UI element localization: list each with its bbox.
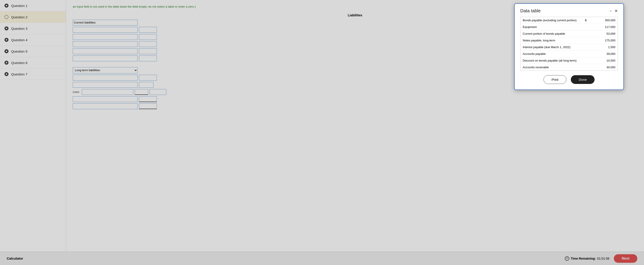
- table-cell-label: Bonds payable (excluding current portion…: [520, 17, 583, 24]
- table-cell-value: 30,000: [589, 64, 618, 71]
- table-cell-symbol: [583, 30, 589, 37]
- table-cell-value: 39,000: [589, 50, 618, 57]
- table-cell-label: Equipment: [520, 24, 583, 30]
- table-cell-symbol: [583, 50, 589, 57]
- done-button[interactable]: Done: [571, 75, 594, 84]
- table-cell-symbol: [583, 44, 589, 50]
- table-cell-symbol: [583, 57, 589, 64]
- table-row: Discount on bonds payable (all long-term…: [520, 57, 618, 64]
- table-row: Current portion of bonds payable 53,000: [520, 30, 618, 37]
- modal-overlay: Data table − ✕ Bonds payable (excluding …: [0, 0, 644, 265]
- modal-title: Data table: [520, 8, 540, 14]
- table-row: Equipment 117,000: [520, 24, 618, 30]
- modal-controls: − ✕: [609, 9, 618, 13]
- table-cell-value: 53,000: [589, 30, 618, 37]
- data-table: Bonds payable (excluding current portion…: [520, 17, 618, 71]
- table-cell-symbol: [583, 37, 589, 44]
- table-cell-label: Accounts receivable: [520, 64, 583, 71]
- modal-footer: Print Done: [520, 75, 618, 84]
- table-cell-label: Accounts payable: [520, 50, 583, 57]
- table-cell-label: Current portion of bonds payable: [520, 30, 583, 37]
- table-row: Bonds payable (excluding current portion…: [520, 17, 618, 24]
- table-cell-symbol: [583, 64, 589, 71]
- table-cell-label: Notes payable, long-term: [520, 37, 583, 44]
- table-cell-symbol: $: [583, 17, 589, 24]
- table-cell-value: 117,000: [589, 24, 618, 30]
- table-cell-symbol: [583, 24, 589, 30]
- modal-header: Data table − ✕: [520, 8, 618, 14]
- data-table-modal: Data table − ✕ Bonds payable (excluding …: [514, 3, 624, 90]
- table-cell-value: 175,000: [589, 37, 618, 44]
- table-row: Interest payable (due March 1, 2022) 1,5…: [520, 44, 618, 50]
- table-cell-label: Discount on bonds payable (all long-term…: [520, 57, 583, 64]
- table-row: Accounts receivable 30,000: [520, 64, 618, 71]
- table-cell-label: Interest payable (due March 1, 2022): [520, 44, 583, 50]
- print-button[interactable]: Print: [544, 75, 566, 84]
- table-cell-value: 10,500: [589, 57, 618, 64]
- table-cell-value: 350,000: [589, 17, 618, 24]
- modal-close-button[interactable]: ✕: [614, 9, 618, 13]
- table-row: Accounts payable 39,000: [520, 50, 618, 57]
- table-cell-value: 1,500: [589, 44, 618, 50]
- modal-minimize-button[interactable]: −: [609, 9, 612, 13]
- table-row: Notes payable, long-term 175,000: [520, 37, 618, 44]
